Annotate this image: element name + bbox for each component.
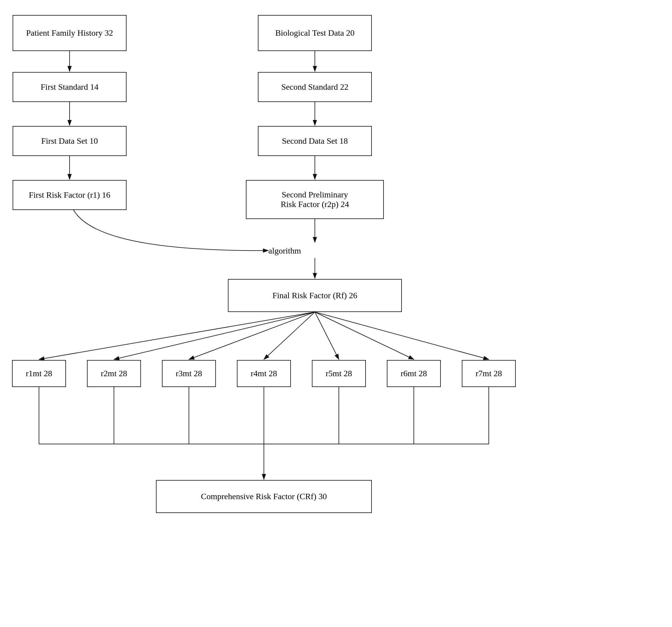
r5mt-box: r5mt 28 (312, 360, 366, 387)
r2mt-label: r2mt 28 (101, 369, 127, 378)
r4mt-box: r4mt 28 (237, 360, 291, 387)
r6mt-box: r6mt 28 (387, 360, 441, 387)
r1mt-label: r1mt 28 (26, 369, 52, 378)
comprehensive-box: Comprehensive Risk Factor (CRf) 30 (156, 480, 372, 513)
svg-line-9 (39, 312, 315, 359)
first-data-set-box: First Data Set 10 (13, 126, 126, 156)
r7mt-box: r7mt 28 (462, 360, 516, 387)
r2mt-box: r2mt 28 (87, 360, 141, 387)
r3mt-box: r3mt 28 (162, 360, 216, 387)
patient-family-history-box: Patient Family History 32 (13, 15, 126, 51)
svg-line-11 (189, 312, 315, 359)
first-standard-label: First Standard 14 (41, 82, 99, 92)
first-standard-box: First Standard 14 (13, 72, 126, 102)
r5mt-label: r5mt 28 (326, 369, 352, 378)
patient-family-history-label: Patient Family History 32 (26, 28, 113, 38)
final-risk-factor-label: Final Risk Factor (Rf) 26 (272, 291, 357, 300)
second-standard-box: Second Standard 22 (258, 72, 372, 102)
second-standard-label: Second Standard 22 (281, 82, 349, 92)
biological-test-data-box: Biological Test Data 20 (258, 15, 372, 51)
second-data-set-label: Second Data Set 18 (282, 136, 348, 146)
svg-line-12 (264, 312, 315, 359)
r7mt-label: r7mt 28 (476, 369, 502, 378)
biological-test-data-label: Biological Test Data 20 (275, 28, 355, 38)
second-preliminary-box: Second Preliminary Risk Factor (r2p) 24 (246, 180, 384, 219)
r3mt-label: r3mt 28 (176, 369, 202, 378)
svg-line-13 (315, 312, 339, 359)
second-preliminary-label: Second Preliminary Risk Factor (r2p) 24 (281, 190, 349, 209)
first-data-set-label: First Data Set 10 (41, 136, 98, 146)
svg-line-15 (315, 312, 489, 359)
r6mt-label: r6mt 28 (401, 369, 427, 378)
r1mt-box: r1mt 28 (12, 360, 66, 387)
r4mt-label: r4mt 28 (251, 369, 277, 378)
final-risk-factor-box: Final Risk Factor (Rf) 26 (228, 279, 402, 312)
first-risk-factor-label: First Risk Factor (r1) 16 (29, 190, 110, 200)
svg-line-10 (114, 312, 315, 359)
comprehensive-label: Comprehensive Risk Factor (CRf) 30 (201, 492, 327, 501)
svg-line-14 (315, 312, 414, 359)
second-data-set-box: Second Data Set 18 (258, 126, 372, 156)
algorithm-label: algorithm (268, 246, 301, 256)
flowchart: Patient Family History 32 First Standard… (0, 0, 672, 627)
first-risk-factor-box: First Risk Factor (r1) 16 (13, 180, 126, 210)
